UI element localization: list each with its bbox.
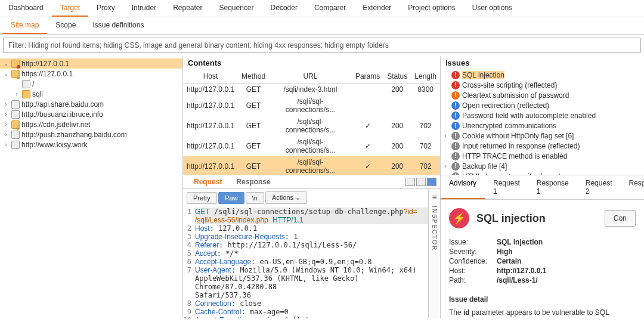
adv-tab-response[interactable]: Response (620, 175, 644, 199)
http-raw-view[interactable]: 1GET /sqli/sql-connections/setup-db-chal… (183, 206, 428, 318)
rawbtn-actions[interactable]: Actions (265, 191, 307, 204)
issue-item[interactable]: !HTML does not specify charset (441, 171, 644, 175)
expand-icon[interactable]: › (442, 163, 449, 169)
main-tab-sequencer[interactable]: Sequencer (211, 0, 262, 17)
table-row[interactable]: http://127.0.0.1GET/sqli/index-3.html200… (183, 83, 440, 96)
tree-node[interactable]: ›http://api.share.baidu.com (0, 99, 182, 109)
contents-header: Contents (183, 56, 440, 70)
col-host[interactable]: Host (183, 70, 238, 83)
lock-icon (11, 120, 20, 129)
issue-item[interactable]: !Input returned in response (reflected) (441, 141, 644, 151)
tree-label: http://busuanzi.ibruce.info (21, 110, 103, 119)
tab-response[interactable]: Response (229, 175, 277, 190)
severity-icon: ! (451, 91, 460, 100)
col-status[interactable]: Status (383, 70, 411, 83)
severity-icon: ! (451, 81, 460, 89)
issue-item[interactable]: ›!Backup file [4] (441, 161, 644, 171)
adv-tab-request-2[interactable]: Request 2 (577, 175, 621, 199)
sub-tab-site-map[interactable]: Site map (2, 17, 47, 34)
expand-icon[interactable]: › (2, 101, 10, 107)
tree-label: sqli (32, 90, 43, 98)
kv-row: Host:http://127.0.0.1 (449, 267, 636, 275)
configure-button[interactable]: Con (605, 210, 636, 227)
filter-bar[interactable]: Filter: Hiding not found items; hiding C… (3, 38, 641, 53)
issue-item[interactable]: !HTTP TRACE method is enabled (441, 151, 644, 161)
adv-tab-response-1[interactable]: Response 1 (528, 175, 577, 199)
severity-icon: ! (451, 162, 460, 171)
tree-node[interactable]: / (0, 79, 182, 89)
severity-icon: ! (451, 132, 460, 140)
issue-item[interactable]: !SQL injection (441, 70, 644, 80)
tree-node[interactable]: ⌄http://127.0.0.1 (0, 58, 182, 69)
file-icon (11, 110, 20, 119)
expand-icon[interactable]: › (2, 131, 10, 138)
table-row[interactable]: http://127.0.0.1GET/sqli/sql-connections… (183, 95, 440, 116)
issue-item[interactable]: !Open redirection (reflected) (441, 100, 644, 110)
tree-node[interactable]: ›sqli (0, 89, 182, 99)
file-icon (11, 131, 20, 139)
tree-node[interactable]: ›https://cdn.jsdelivr.net (0, 119, 182, 129)
expand-icon[interactable]: › (2, 121, 10, 128)
main-tab-project-options[interactable]: Project options (400, 0, 463, 17)
sub-tab-issue-definitions[interactable]: Issue definitions (84, 17, 152, 34)
tree-node[interactable]: ›http://www.kxsy.work (0, 140, 182, 150)
table-row[interactable]: http://127.0.0.1GET/sqli/sql-connections… (183, 136, 440, 156)
expand-icon[interactable]: ⌄ (2, 70, 10, 77)
file-icon (11, 141, 20, 149)
inspector-menu-icon[interactable]: ≡ (432, 193, 436, 202)
issues-header: Issues (441, 56, 644, 70)
layout-horizontal-icon[interactable] (405, 178, 415, 186)
issue-item[interactable]: !Password field with autocomplete enable… (441, 110, 644, 120)
expand-icon[interactable]: ⌄ (2, 60, 10, 67)
main-tab-user-options[interactable]: User options (464, 0, 521, 17)
main-tab-intruder[interactable]: Intruder (123, 0, 165, 17)
main-tab-proxy[interactable]: Proxy (88, 0, 123, 17)
expand-icon[interactable]: › (13, 91, 20, 97)
main-tab-extender[interactable]: Extender (354, 0, 400, 17)
main-tab-comparer[interactable]: Comparer (306, 0, 354, 17)
main-tab-decoder[interactable]: Decoder (262, 0, 306, 17)
issue-label: SQL injection (462, 71, 504, 79)
contents-table[interactable]: HostMethodURLParamsStatusLength http://1… (183, 70, 440, 175)
severity-bolt-icon: ⚡ (449, 208, 469, 228)
tree-node[interactable]: ›http://busuanzi.ibruce.info (0, 109, 182, 119)
col-url[interactable]: URL (269, 70, 352, 83)
advisory-title: SQL injection (476, 212, 546, 225)
issue-label: HTTP TRACE method is enabled (462, 152, 567, 160)
adv-tab-advisory[interactable]: Advisory (441, 175, 485, 199)
layout-combined-icon[interactable] (427, 178, 436, 186)
expand-icon[interactable]: › (2, 111, 10, 117)
expand-icon[interactable]: › (2, 141, 10, 148)
adv-tab-request-1[interactable]: Request 1 (485, 175, 528, 199)
table-row[interactable]: http://127.0.0.1GET/sqli/sql-connections… (183, 156, 440, 175)
lock-icon (11, 70, 20, 78)
table-row[interactable]: http://127.0.0.1GET/sqli/sql-connections… (183, 116, 440, 136)
rawbtn-raw[interactable]: Raw (218, 192, 244, 204)
tree-node[interactable]: ›http://push.zhanzhang.baidu.com (0, 129, 182, 140)
severity-icon: ! (451, 112, 460, 120)
layout-vertical-icon[interactable] (416, 178, 426, 186)
issue-item[interactable]: !Cross-site scripting (reflected) (441, 80, 644, 90)
main-tab-repeater[interactable]: Repeater (165, 0, 210, 17)
main-tab-dashboard[interactable]: Dashboard (0, 0, 52, 17)
severity-icon: ! (451, 142, 460, 150)
col-params[interactable]: Params (352, 70, 383, 83)
col-length[interactable]: Length (411, 70, 440, 83)
issue-item[interactable]: !Cleartext submission of password (441, 90, 644, 100)
tree-label: / (32, 80, 34, 88)
rawbtn-n[interactable]: \n (246, 192, 264, 204)
issue-item[interactable]: ›!Cookie without HttpOnly flag set [6] (441, 131, 644, 141)
issue-item[interactable]: !Unencrypted communications (441, 120, 644, 131)
tree-node[interactable]: ⌄https://127.0.0.1 (0, 69, 182, 79)
inspector-panel[interactable]: ≡ INSPECTOR (428, 189, 440, 318)
rawbtn-pretty[interactable]: Pretty (187, 192, 217, 204)
sub-tab-scope[interactable]: Scope (47, 17, 84, 34)
expand-icon[interactable]: › (442, 132, 449, 139)
folder-icon (22, 90, 30, 98)
col-method[interactable]: Method (238, 70, 269, 83)
tree-label: https://127.0.0.1 (21, 70, 73, 78)
sub-tabbar: Site mapScopeIssue definitions (0, 17, 644, 35)
severity-icon: ! (451, 71, 460, 79)
main-tab-target[interactable]: Target (52, 0, 88, 17)
kv-row: Severity:High (449, 247, 636, 256)
